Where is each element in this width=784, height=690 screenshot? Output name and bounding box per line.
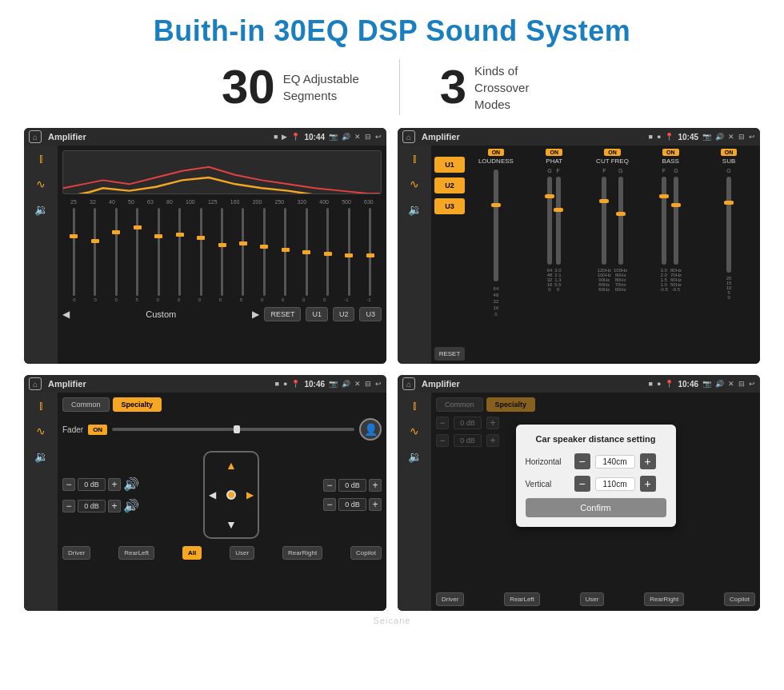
home-icon-4[interactable] xyxy=(402,377,415,390)
back-icon[interactable]: ↩ xyxy=(375,133,382,141)
cutfreq-f-slider[interactable] xyxy=(602,177,606,265)
slider-3[interactable] xyxy=(106,208,126,296)
slider-15[interactable] xyxy=(361,208,380,296)
lr-plus[interactable]: + xyxy=(108,500,121,513)
eq-icon-4[interactable]: ⫿ xyxy=(412,399,418,412)
rr-plus[interactable]: + xyxy=(369,498,382,511)
driver-btn-4[interactable]: Driver xyxy=(436,592,464,606)
copilot-btn-4[interactable]: Copilot xyxy=(724,592,755,606)
rearleft-btn[interactable]: RearLeft xyxy=(118,546,154,560)
tab-common[interactable]: Common xyxy=(62,397,110,412)
home-icon-3[interactable] xyxy=(29,377,42,390)
home-icon-2[interactable] xyxy=(402,130,415,143)
user-btn-4[interactable]: User xyxy=(580,592,605,606)
lf-minus[interactable]: − xyxy=(62,478,75,491)
fader-on-toggle[interactable]: ON xyxy=(88,425,107,435)
vert-plus[interactable]: + xyxy=(640,476,656,492)
eq-icon[interactable]: ⫿ xyxy=(38,152,44,165)
on-badge-1[interactable]: ON xyxy=(488,149,505,156)
cutfreq-g-slider[interactable] xyxy=(618,177,623,265)
loudness-slider[interactable] xyxy=(494,170,498,281)
rf-minus[interactable]: − xyxy=(323,479,336,492)
phat-f-slider[interactable] xyxy=(556,177,561,265)
copilot-btn[interactable]: Copilot xyxy=(350,546,382,560)
speaker-icon-3[interactable]: 🔉 xyxy=(34,450,48,463)
eq-icon-2[interactable]: ⫿ xyxy=(412,152,418,165)
rf-plus[interactable]: + xyxy=(369,479,382,492)
lr-minus[interactable]: − xyxy=(62,500,75,513)
tab-specialty[interactable]: Specialty xyxy=(113,397,162,412)
slider-7[interactable] xyxy=(191,208,210,296)
speaker-icon-4[interactable]: 🔉 xyxy=(408,450,422,463)
vert-minus[interactable]: − xyxy=(574,476,590,492)
camera-icon: 📷 xyxy=(329,133,338,141)
profile-btn[interactable]: 👤 xyxy=(359,418,382,441)
window-icon[interactable]: ⊟ xyxy=(365,133,371,141)
u1-btn-2[interactable]: U1 xyxy=(434,157,465,173)
window-icon-2[interactable]: ⊟ xyxy=(738,133,745,141)
lf-plus[interactable]: + xyxy=(108,478,121,491)
u3-btn-2[interactable]: U3 xyxy=(434,198,465,214)
slider-6[interactable] xyxy=(170,208,189,296)
window-icon-3[interactable]: ⊟ xyxy=(365,380,371,388)
window-icon-4[interactable]: ⊟ xyxy=(738,380,745,388)
speaker-icon[interactable]: 🔉 xyxy=(34,203,48,216)
speaker-icon-2[interactable]: 🔉 xyxy=(408,203,422,216)
bass-g-slider[interactable] xyxy=(674,177,678,265)
confirm-btn[interactable]: Confirm xyxy=(526,498,666,517)
fader-thumb[interactable] xyxy=(234,425,240,433)
back-icon-2[interactable]: ↩ xyxy=(749,133,755,141)
rr-minus[interactable]: − xyxy=(323,498,336,511)
slider-11[interactable] xyxy=(276,208,295,296)
slider-2[interactable] xyxy=(85,208,104,296)
on-badge-3[interactable]: ON xyxy=(604,149,621,156)
u2-btn[interactable]: U2 xyxy=(333,307,355,321)
phat-g-slider[interactable] xyxy=(547,177,552,265)
all-btn[interactable]: All xyxy=(182,546,202,560)
slider-8[interactable] xyxy=(212,208,231,296)
u3-btn[interactable]: U3 xyxy=(359,307,382,321)
reset-btn[interactable]: RESET xyxy=(264,307,301,321)
wave-icon-3[interactable]: ∿ xyxy=(36,425,46,437)
wave-icon-2[interactable]: ∿ xyxy=(410,177,419,190)
horizontal-row: Horizontal − 140cm + xyxy=(526,453,666,469)
horiz-minus[interactable]: − xyxy=(574,453,590,469)
u1-btn[interactable]: U1 xyxy=(306,307,328,321)
on-badge-4[interactable]: ON xyxy=(662,149,679,156)
rearleft-btn-4[interactable]: RearLeft xyxy=(504,592,540,606)
close-icon[interactable]: ✕ xyxy=(354,133,361,141)
horiz-plus[interactable]: + xyxy=(640,453,656,469)
sub-slider[interactable] xyxy=(726,177,731,273)
driver-btn[interactable]: Driver xyxy=(62,546,90,560)
on-badge-5[interactable]: ON xyxy=(721,149,738,156)
slider-9[interactable] xyxy=(234,208,253,296)
reset-btn-2[interactable]: RESET xyxy=(434,347,465,361)
slider-5[interactable] xyxy=(149,208,168,296)
screen1-content: ⫿ ∿ 🔉 25 32 40 xyxy=(24,146,386,364)
slider-12[interactable] xyxy=(297,208,316,296)
on-badge-2[interactable]: ON xyxy=(546,149,562,156)
close-icon-3[interactable]: ✕ xyxy=(354,380,361,388)
bass-f-slider[interactable] xyxy=(662,177,666,265)
slider-10[interactable] xyxy=(254,208,274,296)
wave-icon[interactable]: ∿ xyxy=(36,177,46,190)
slider-13[interactable] xyxy=(318,208,338,296)
rearright-btn-4[interactable]: RearRight xyxy=(644,592,684,606)
eq-icon-3[interactable]: ⫿ xyxy=(38,399,44,412)
back-icon-4[interactable]: ↩ xyxy=(749,380,755,388)
fader-track[interactable] xyxy=(112,428,354,431)
rearright-btn[interactable]: RearRight xyxy=(282,546,322,560)
user-btn[interactable]: User xyxy=(230,546,254,560)
prev-btn[interactable]: ◀ xyxy=(62,309,70,320)
wave-icon-4[interactable]: ∿ xyxy=(410,425,419,437)
back-icon-3[interactable]: ↩ xyxy=(375,380,382,388)
slider-14[interactable] xyxy=(339,208,358,296)
next-btn[interactable]: ▶ xyxy=(252,309,259,320)
close-icon-4[interactable]: ✕ xyxy=(728,380,734,388)
slider-4[interactable] xyxy=(127,208,146,296)
close-icon-2[interactable]: ✕ xyxy=(728,133,734,141)
screen-distance: Amplifier ■ ● 📍 10:46 📷 🔊 ✕ ⊟ ↩ ⫿ ∿ xyxy=(398,375,760,611)
home-icon[interactable] xyxy=(29,130,42,143)
slider-1[interactable] xyxy=(64,208,83,296)
u2-btn-2[interactable]: U2 xyxy=(434,177,465,193)
